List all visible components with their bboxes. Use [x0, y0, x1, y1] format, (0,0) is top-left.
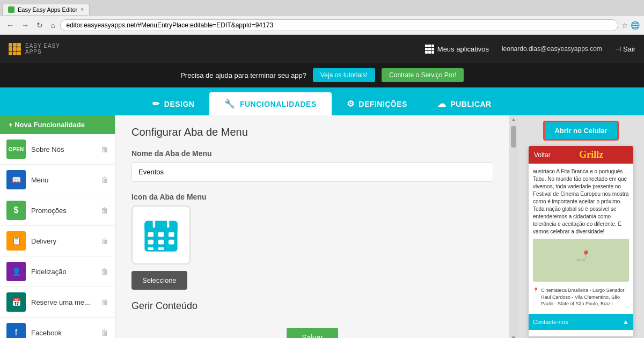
tutorials-button[interactable]: Veja os tutoriais! — [313, 68, 375, 82]
pro-service-button[interactable]: Contrate o Serviço Pro! — [382, 68, 464, 82]
sidebar-item-menu[interactable]: 📖 Menu 🗑 — [0, 165, 115, 195]
mobile-header: Voltar Grillz — [529, 146, 633, 164]
funcionalidades-icon: 🔧 — [224, 99, 236, 109]
sidebar-item-sobre-nos[interactable]: OPEN Sobre Nós 🗑 — [0, 134, 115, 165]
header-nav: Meus aplicativos leonardo.dias@easyeasya… — [425, 45, 635, 54]
delivery-icon: 📋 — [6, 231, 26, 251]
delete-sobre-nos-icon[interactable]: 🗑 — [101, 145, 108, 153]
publicar-icon: ☁ — [437, 99, 447, 109]
map-pin-icon: 📍 — [581, 249, 590, 260]
sobre-nos-label: Sobre Nós — [31, 145, 101, 153]
exit-icon: ⊣ — [615, 45, 621, 53]
calendar-svg-icon — [142, 216, 180, 254]
mobile-back-button[interactable]: Voltar — [534, 151, 551, 159]
sidebar: + Nova Funcionalidade OPEN Sobre Nós 🗑 📖… — [0, 115, 115, 338]
url-input[interactable] — [60, 19, 618, 31]
save-button[interactable]: Salvar — [287, 328, 338, 338]
main-nav: ✏ DESIGN 🔧 FUNCIONALIDADES ⚙ DEFINIÇÕES … — [0, 87, 644, 115]
svg-rect-9 — [158, 240, 164, 245]
delete-fidelizacao-icon[interactable]: 🗑 — [101, 267, 108, 276]
tab-favicon — [8, 6, 14, 13]
app-header: EASY EASY APPS Meus aplicativos leonardo… — [0, 35, 644, 63]
chevron-up-icon[interactable]: ▲ — [623, 318, 629, 326]
content-area: + Nova Funcionalidade OPEN Sobre Nós 🗑 📖… — [0, 115, 644, 338]
tab-close-button[interactable]: × — [80, 6, 84, 12]
help-banner: Precisa de ajuda para terminar seu app? … — [0, 63, 644, 87]
sidebar-item-fidelizacao[interactable]: 👤 Fidelização 🗑 — [0, 256, 115, 287]
location-pin-icon: 📍 — [533, 287, 539, 307]
tab-publicar[interactable]: ☁ PUBLICAR — [422, 92, 507, 115]
svg-rect-12 — [158, 247, 164, 250]
tab-definicoes[interactable]: ⚙ DEFINIÇÕES — [332, 92, 422, 115]
promocoes-label: Promoções — [31, 207, 101, 215]
sidebar-item-reserve[interactable]: 📅 Reserve uma me... 🗑 — [0, 287, 115, 318]
meus-apps-label: Meus aplicativos — [437, 45, 489, 53]
delete-facebook-icon[interactable]: 🗑 — [101, 328, 108, 337]
sidebar-item-promocoes[interactable]: $ Promoções 🗑 — [0, 195, 115, 226]
user-email: leonardo.dias@easyeasyapps.com — [502, 45, 602, 53]
delete-promocoes-icon[interactable]: 🗑 — [101, 206, 108, 215]
apps-grid-icon — [425, 45, 434, 54]
facebook-label: Facebook — [31, 329, 101, 337]
main-title: Configurar Aba de Menu — [131, 126, 493, 138]
sidebar-item-delivery[interactable]: 📋 Delivery 🗑 — [0, 226, 115, 256]
svg-rect-7 — [169, 232, 174, 237]
content-scroll-wrapper: Configurar Aba de Menu Nome da Aba de Me… — [115, 115, 518, 338]
bookmark-icon[interactable]: ☆ — [621, 21, 628, 30]
fidelizacao-label: Fidelização — [31, 268, 101, 276]
help-text: Precisa de ajuda para terminar seu app? — [180, 71, 306, 79]
open-mobile-button[interactable]: Abrir no Celular — [543, 121, 618, 141]
browser-tab[interactable]: Easy Easy Apps Editor × — [2, 4, 90, 15]
name-section: Nome da Aba de Menu — [131, 149, 493, 182]
definicoes-icon: ⚙ — [347, 99, 355, 109]
logo-text: EASY EASY APPS — [25, 43, 60, 55]
delete-menu-icon[interactable]: 🗑 — [101, 175, 108, 184]
new-functionality-button[interactable]: + Nova Funcionalidade — [0, 115, 115, 134]
delete-delivery-icon[interactable]: 🗑 — [101, 237, 108, 245]
browser-chrome: Easy Easy Apps Editor × ← → ↻ ⌂ ☆ 🌐 — [0, 0, 644, 35]
extensions-icon[interactable]: 🌐 — [631, 21, 640, 30]
sair-button[interactable]: ⊣ Sair — [615, 45, 635, 53]
preview-panel: Abrir no Celular Voltar Grillz austríaco… — [518, 115, 644, 338]
forward-button[interactable]: → — [19, 20, 31, 31]
svg-rect-10 — [169, 240, 174, 245]
footer-label: Contacte-nos — [533, 319, 568, 325]
sidebar-item-facebook[interactable]: f Facebook 🗑 — [0, 318, 115, 338]
reserve-label: Reserve uma me... — [31, 298, 101, 306]
reload-button[interactable]: ↻ — [34, 20, 45, 31]
logo-line1: EASY EASY — [25, 43, 60, 49]
promocoes-icon: $ — [6, 201, 26, 220]
tab-definicoes-label: DEFINIÇÕES — [358, 100, 407, 108]
scroll-down-arrow[interactable]: ▼ — [509, 334, 518, 338]
scroll-thumb[interactable] — [511, 126, 516, 148]
reserve-icon: 📅 — [6, 292, 26, 312]
sair-label: Sair — [623, 45, 635, 53]
tab-funcionalidades[interactable]: 🔧 FUNCIONALIDADES — [209, 92, 331, 115]
scroll-up-arrow[interactable]: ▲ — [509, 115, 518, 123]
facebook-icon: f — [6, 323, 26, 338]
select-icon-button[interactable]: Seleccione — [131, 271, 187, 290]
content-title: Gerir Conteúdo — [131, 300, 493, 312]
mobile-body-text: austríaco A Fita Branca e o português Ta… — [533, 168, 629, 236]
address-actions: ☆ 🌐 — [621, 21, 640, 30]
tab-bar: Easy Easy Apps Editor × — [0, 0, 644, 16]
vertical-scrollbar[interactable]: ▲ ▼ — [509, 115, 518, 338]
mobile-footer[interactable]: Contacte-nos ▲ — [529, 314, 633, 330]
mobile-location: 📍 Cinemateca Brasileira - Largo Senador … — [533, 285, 629, 310]
mobile-body: austríaco A Fita Branca e o português Ta… — [529, 164, 633, 314]
mobile-logo: Grillz — [579, 149, 603, 160]
fidelizacao-icon: 👤 — [6, 262, 26, 281]
tab-design[interactable]: ✏ DESIGN — [137, 92, 209, 115]
svg-rect-11 — [148, 247, 154, 250]
delete-reserve-icon[interactable]: 🗑 — [101, 298, 108, 306]
tab-publicar-label: PUBLICAR — [450, 100, 491, 108]
back-button[interactable]: ← — [4, 20, 16, 31]
tab-title: Easy Easy Apps Editor — [18, 6, 77, 13]
name-input[interactable] — [131, 162, 493, 182]
home-button[interactable]: ⌂ — [48, 20, 57, 31]
save-bar: Salvar — [131, 322, 493, 338]
icon-preview — [131, 205, 191, 264]
meus-aplicativos-button[interactable]: Meus aplicativos — [425, 45, 489, 54]
menu-label: Menu — [31, 176, 101, 184]
mobile-map: Map 📍 — [533, 239, 629, 282]
